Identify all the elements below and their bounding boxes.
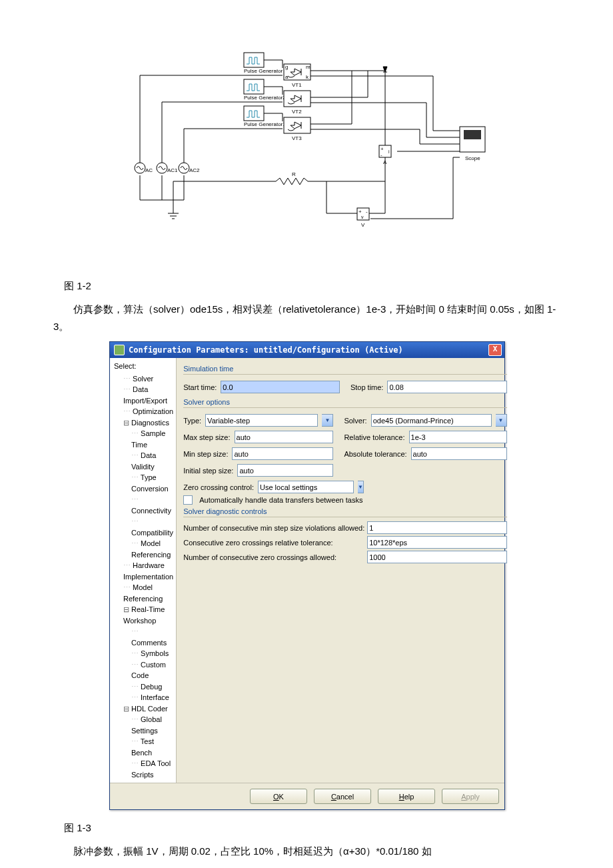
zcc-select[interactable]	[258, 481, 354, 493]
vt1-label: VT1	[292, 82, 302, 88]
solver-select[interactable]	[371, 414, 492, 427]
simulink-diagram: Pulse Generator Pulse Generator2 Pulse G…	[27, 40, 586, 260]
dialog-title-text: Configuration Parameters: untitled/Confi…	[129, 345, 403, 355]
chevron-down-icon[interactable]: ▼	[358, 481, 364, 493]
tree-item[interactable]: Model Referencing	[114, 538, 173, 560]
tree-item[interactable]: Optimization	[114, 406, 173, 417]
caption-1-2: 图 1-2	[64, 280, 586, 293]
label-n-zc: Number of consecutive zero crossings all…	[183, 553, 363, 561]
svg-text:g: g	[285, 64, 288, 70]
r-label: R	[292, 171, 296, 177]
tree-item[interactable]: Global Settings	[114, 714, 173, 736]
label-abs-tol: Absolute tolerance:	[344, 450, 406, 458]
abs-tol-input[interactable]	[411, 447, 507, 460]
paragraph-sim-params: 仿真参数，算法（solver）ode15s，相对误差（relativetoler…	[53, 301, 560, 335]
v-label: V	[361, 222, 365, 228]
type-select[interactable]	[205, 414, 318, 427]
caption-1-3: 图 1-3	[64, 822, 586, 835]
tree-item[interactable]: Data Validity	[114, 450, 173, 472]
ac1-label: AC1	[167, 167, 178, 173]
pulse-gen-label: Pulse Generator	[244, 68, 283, 74]
tree-item[interactable]: Type Conversion	[114, 472, 173, 494]
svg-text:v: v	[361, 215, 364, 219]
dialog-icon	[114, 345, 125, 355]
vt2-label: VT2	[292, 109, 302, 115]
section-solver-diag: Solver diagnostic controls	[183, 507, 506, 517]
consec-ztol-input[interactable]	[367, 536, 506, 549]
help-button[interactable]: Help	[378, 789, 435, 804]
tree-header: Select:	[114, 361, 173, 372]
close-icon[interactable]: X	[488, 344, 502, 356]
section-solver-options: Solver options	[183, 398, 506, 408]
chevron-down-icon[interactable]: ▼	[322, 414, 333, 427]
init-step-input[interactable]	[237, 464, 333, 477]
svg-text:+: +	[358, 209, 362, 215]
ac2-label: AC2	[189, 167, 200, 173]
label-zcc: Zero crossing control:	[183, 483, 254, 491]
auto-handle-checkbox[interactable]	[183, 495, 193, 505]
tree-item[interactable]: Debug	[114, 681, 173, 693]
paragraph-pulse-params: 脉冲参数，振幅 1V，周期 0.02，占空比 10%，时相延迟为（α+30）*0…	[53, 843, 560, 860]
max-step-input[interactable]	[235, 431, 334, 443]
apply-button[interactable]: Apply	[442, 789, 499, 804]
pulse-gen1-label: Pulse Generator1	[244, 121, 286, 127]
svg-text:-: -	[366, 209, 368, 215]
label-consec-ztol: Consecutive zero crossings relative tole…	[183, 539, 363, 547]
label-max-step: Max step size:	[183, 433, 230, 441]
svg-text:-: -	[380, 152, 382, 158]
label-stop-time: Stop time:	[350, 383, 384, 391]
tree-item[interactable]: Real-Time Workshop	[114, 604, 173, 626]
label-init-step: Initial step size:	[183, 467, 233, 475]
chevron-down-icon[interactable]: ▼	[496, 414, 507, 427]
a-label: A	[383, 159, 387, 165]
tree-item[interactable]: Model Referencing	[114, 582, 173, 604]
label-auto-handle: Automatically handle data transfers betw…	[199, 496, 362, 504]
start-time-input[interactable]	[221, 381, 340, 393]
config-params-dialog: Configuration Parameters: untitled/Confi…	[109, 341, 505, 810]
stop-time-input[interactable]	[387, 381, 506, 393]
label-n-min-step: Number of consecutive min step size viol…	[183, 524, 363, 532]
label-start-time: Start time:	[183, 383, 217, 391]
tree-item[interactable]: Interface	[114, 692, 173, 703]
category-tree[interactable]: Select: SolverData Import/ExportOptimiza…	[110, 358, 177, 783]
svg-text:+: +	[380, 146, 384, 152]
ok-button[interactable]: OK	[250, 789, 307, 804]
label-solver: Solver:	[344, 417, 366, 425]
rel-tol-input[interactable]	[409, 431, 507, 443]
tree-item[interactable]: Diagnostics	[114, 417, 173, 429]
vt3-label: VT3	[292, 135, 302, 141]
cancel-button[interactable]: Cancel	[314, 789, 371, 804]
min-step-input[interactable]	[232, 447, 333, 460]
pulse-gen2-label: Pulse Generator2	[244, 95, 286, 101]
n-zc-input[interactable]	[367, 551, 506, 563]
tree-item[interactable]: Data Import/Export	[114, 384, 173, 406]
scope-label: Scope	[465, 155, 480, 161]
ac-label: AC	[145, 167, 153, 173]
tree-item[interactable]: EDA Tool Scripts	[114, 758, 173, 780]
n-min-step-input[interactable]	[367, 521, 506, 534]
tree-item[interactable]: HDL Coder	[114, 703, 173, 715]
tree-item[interactable]: Sample Time	[114, 428, 173, 450]
tree-item[interactable]: Connectivity	[114, 494, 173, 516]
label-rel-tol: Relative tolerance:	[344, 433, 404, 441]
label-min-step: Min step size:	[183, 450, 228, 458]
dialog-titlebar[interactable]: Configuration Parameters: untitled/Confi…	[110, 342, 504, 358]
tree-item[interactable]: Comments	[114, 626, 173, 648]
label-type: Type:	[183, 417, 201, 425]
section-simulation-time: Simulation time	[183, 365, 506, 375]
tree-item[interactable]: Hardware Implementation	[114, 560, 173, 582]
svg-text:a: a	[285, 74, 289, 80]
tree-item[interactable]: Symbols	[114, 648, 173, 659]
tree-item[interactable]: Custom Code	[114, 659, 173, 681]
tree-item[interactable]: Compatibility	[114, 516, 173, 538]
tree-item[interactable]: Solver	[114, 373, 173, 385]
svg-text:m: m	[306, 64, 310, 70]
tree-item[interactable]: Test Bench	[114, 736, 173, 758]
